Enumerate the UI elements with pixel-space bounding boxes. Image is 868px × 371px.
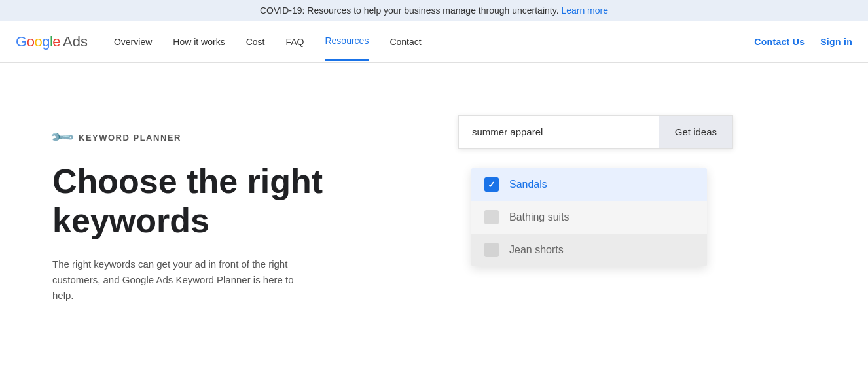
covid-banner: COVID-19: Resources to help your busines… (0, 0, 868, 21)
sign-in-button[interactable]: Sign in (820, 37, 852, 47)
description-text: The right keywords can get your ad in fr… (52, 256, 314, 304)
suggestion-item[interactable]: ✓ Sandals (471, 168, 707, 201)
right-section: Get ideas ✓ Sandals Bathing suits Jean s… (458, 102, 786, 325)
learn-more-link[interactable]: Learn more (561, 5, 608, 16)
main-content: 🔧 KEYWORD PLANNER Choose the right keywo… (0, 63, 868, 364)
nav-item-faq[interactable]: FAQ (285, 24, 304, 60)
suggestion-label-bathing-suits: Bathing suits (509, 211, 570, 223)
search-input[interactable] (458, 115, 659, 149)
keyword-planner-text: KEYWORD PLANNER (79, 133, 181, 143)
logo-ads: Ads (63, 33, 88, 50)
search-bar: Get ideas (458, 115, 733, 149)
contact-us-button[interactable]: Contact Us (754, 37, 805, 47)
covid-message: COVID-19: Resources to help your busines… (260, 5, 559, 16)
get-ideas-button[interactable]: Get ideas (659, 115, 733, 149)
nav-item-resources[interactable]: Resources (325, 22, 369, 61)
suggestions-container: ✓ Sandals Bathing suits Jean shorts (471, 168, 707, 266)
checkbox-jean-shorts[interactable] (484, 243, 499, 257)
nav-item-cost[interactable]: Cost (246, 24, 265, 60)
wrench-icon: 🔧 (48, 124, 75, 150)
nav-links: Overview How it works Cost FAQ Resources… (114, 22, 754, 61)
logo-google: Google (16, 33, 60, 50)
left-section: 🔧 KEYWORD PLANNER Choose the right keywo… (52, 102, 458, 325)
nav-item-contact[interactable]: Contact (389, 24, 421, 60)
checkbox-sandals[interactable]: ✓ (484, 177, 499, 192)
suggestion-item[interactable]: Jean shorts (471, 234, 707, 266)
nav-actions: Contact Us Sign in (754, 37, 852, 47)
navbar: Google Ads Overview How it works Cost FA… (0, 21, 868, 63)
keyword-planner-label: 🔧 KEYWORD PLANNER (52, 128, 458, 147)
main-heading: Choose the right keywords (52, 162, 380, 241)
suggestion-label-sandals: Sandals (509, 179, 547, 190)
suggestion-item[interactable]: Bathing suits (471, 201, 707, 234)
nav-item-how-it-works[interactable]: How it works (173, 24, 225, 60)
logo[interactable]: Google Ads (16, 33, 88, 50)
checkbox-bathing-suits[interactable] (484, 210, 499, 224)
nav-item-overview[interactable]: Overview (114, 24, 152, 60)
suggestion-label-jean-shorts: Jean shorts (509, 244, 564, 256)
checkmark-icon: ✓ (488, 179, 496, 190)
